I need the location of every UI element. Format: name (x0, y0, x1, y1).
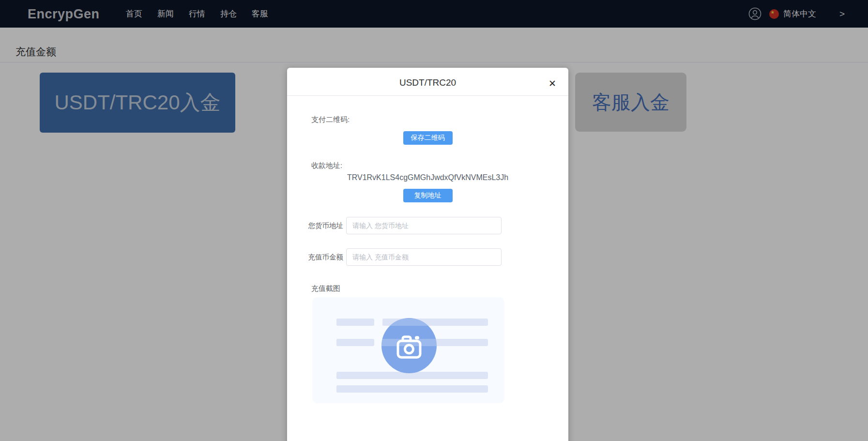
camera-icon (394, 334, 424, 360)
screenshot-label: 充值截图 (311, 284, 340, 293)
your-address-label: 您货币地址 (287, 221, 346, 230)
usdt-deposit-modal: USDT/TRC20 ✕ 支付二维码: 保存二维码 收款地址: TRV1RvK1… (287, 68, 568, 441)
close-icon[interactable]: ✕ (547, 78, 558, 89)
placeholder-bar (336, 339, 374, 346)
placeholder-bar (336, 385, 488, 393)
camera-circle (381, 318, 437, 373)
modal-title: USDT/TRC20 (287, 77, 568, 88)
deposit-amount-row: 充值币金额 (287, 248, 568, 266)
receive-address-label: 收款地址: (311, 161, 342, 170)
screen: EncrypGen 首页 新闻 行情 持仓 客服 简体中文 > 充值金额 USD… (0, 0, 868, 441)
deposit-amount-label: 充值币金额 (287, 253, 346, 262)
modal-header: USDT/TRC20 ✕ (287, 68, 568, 96)
your-address-input[interactable] (346, 217, 502, 234)
your-address-row: 您货币地址 (287, 217, 568, 234)
save-qr-button[interactable]: 保存二维码 (403, 131, 453, 145)
placeholder-bar (336, 319, 374, 326)
deposit-amount-input[interactable] (346, 248, 502, 266)
copy-address-button[interactable]: 复制地址 (403, 189, 453, 202)
screenshot-upload-area[interactable] (312, 297, 504, 403)
wallet-address-value: TRV1RvK1LS4cgGMGhJwdxQfVkNVMEsL3Jh (287, 173, 568, 182)
qr-code-label: 支付二维码: (311, 115, 350, 124)
